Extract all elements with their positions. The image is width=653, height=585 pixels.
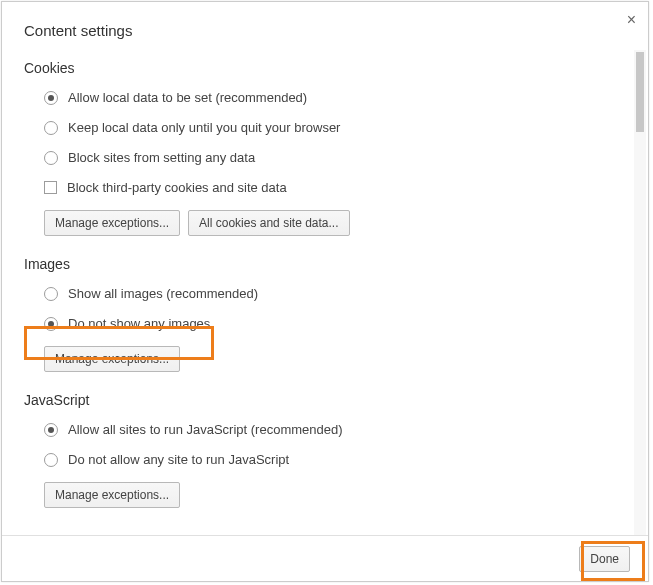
dialog-title: Content settings <box>2 2 648 39</box>
radio-icon <box>44 91 58 105</box>
section-title-cookies: Cookies <box>24 60 612 76</box>
close-icon[interactable]: × <box>627 12 636 28</box>
dialog-footer: Done <box>2 535 648 581</box>
scroll-area: Cookies Allow local data to be set (reco… <box>2 50 634 535</box>
radio-icon <box>44 151 58 165</box>
cookies-option-block[interactable]: Block sites from setting any data <box>24 150 612 165</box>
option-label: Block third-party cookies and site data <box>67 180 287 195</box>
manage-exceptions-button[interactable]: Manage exceptions... <box>44 210 180 236</box>
javascript-button-row: Manage exceptions... <box>24 482 612 508</box>
option-label: Do not allow any site to run JavaScript <box>68 452 289 467</box>
manage-exceptions-button[interactable]: Manage exceptions... <box>44 346 180 372</box>
option-label: Allow all sites to run JavaScript (recom… <box>68 422 343 437</box>
cookies-option-allow[interactable]: Allow local data to be set (recommended) <box>24 90 612 105</box>
option-label: Block sites from setting any data <box>68 150 255 165</box>
cookies-option-keep-until-quit[interactable]: Keep local data only until you quit your… <box>24 120 612 135</box>
images-option-do-not-show[interactable]: Do not show any images <box>24 316 612 331</box>
radio-icon <box>44 453 58 467</box>
manage-exceptions-button[interactable]: Manage exceptions... <box>44 482 180 508</box>
done-button[interactable]: Done <box>579 546 630 572</box>
option-label: Show all images (recommended) <box>68 286 258 301</box>
javascript-option-allow[interactable]: Allow all sites to run JavaScript (recom… <box>24 422 612 437</box>
content-settings-dialog: × Content settings Cookies Allow local d… <box>1 1 649 582</box>
scrollbar[interactable]: ▴ <box>634 50 646 535</box>
option-label: Do not show any images <box>68 316 210 331</box>
radio-icon <box>44 423 58 437</box>
radio-icon <box>44 287 58 301</box>
javascript-option-block[interactable]: Do not allow any site to run JavaScript <box>24 452 612 467</box>
option-label: Keep local data only until you quit your… <box>68 120 340 135</box>
option-label: Allow local data to be set (recommended) <box>68 90 307 105</box>
radio-icon <box>44 317 58 331</box>
section-title-images: Images <box>24 256 612 272</box>
images-option-show-all[interactable]: Show all images (recommended) <box>24 286 612 301</box>
images-button-row: Manage exceptions... <box>24 346 612 372</box>
cookies-button-row: Manage exceptions... All cookies and sit… <box>24 210 612 236</box>
checkbox-icon <box>44 181 57 194</box>
all-cookies-button[interactable]: All cookies and site data... <box>188 210 349 236</box>
section-title-javascript: JavaScript <box>24 392 612 408</box>
radio-icon <box>44 121 58 135</box>
scrollbar-thumb[interactable] <box>636 52 644 132</box>
cookies-block-third-party[interactable]: Block third-party cookies and site data <box>24 180 612 195</box>
